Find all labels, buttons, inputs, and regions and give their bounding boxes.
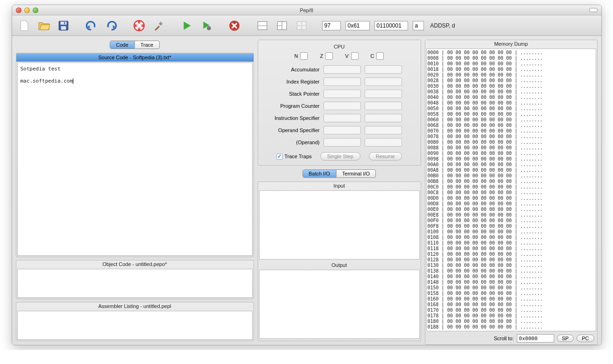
- reg-is-dec: [365, 114, 402, 122]
- reg-pc-dec: [365, 102, 402, 110]
- reg-is-hex: [324, 114, 361, 122]
- reg-sp-label: Stack Pointer: [263, 91, 324, 97]
- binary-input[interactable]: [374, 21, 408, 30]
- flag-c-box: [376, 52, 384, 60]
- reg-operand-hex: [324, 138, 361, 147]
- input-title: Input: [258, 182, 421, 189]
- window-title: Pep/8: [12, 7, 601, 13]
- reg-accumulator-dec: [365, 65, 402, 74]
- source-code-title: Source Code - Softpedia (3).txt*: [16, 53, 254, 62]
- layout-quad-icon[interactable]: [294, 18, 309, 33]
- undo-icon[interactable]: [84, 18, 99, 33]
- scroll-to-label: Scroll to:: [494, 336, 514, 341]
- mnemonic-label: ADDSP, d: [430, 22, 455, 29]
- flag-z-label: Z: [320, 53, 323, 59]
- resume-button[interactable]: Resume: [369, 152, 402, 161]
- reg-index-hex: [324, 77, 361, 86]
- flag-v-label: V: [345, 53, 348, 59]
- flag-n-box: [300, 52, 308, 60]
- input-area[interactable]: [259, 190, 420, 259]
- reg-is-label: Instruction Specifier: [263, 115, 324, 121]
- object-code-title: Object Code - untitled.pepo*: [16, 260, 254, 268]
- reg-pc-hex: [324, 102, 361, 110]
- open-folder-icon[interactable]: [36, 18, 51, 33]
- run-icon[interactable]: [179, 18, 194, 33]
- new-file-icon[interactable]: [17, 18, 32, 33]
- save-icon[interactable]: [56, 18, 71, 33]
- assembler-listing-area[interactable]: [17, 311, 253, 340]
- source-line-2: mac.softpedia.com: [21, 78, 73, 84]
- reg-os-label: Operand Specifier: [263, 127, 324, 133]
- reg-operand-label: (Operand): [263, 140, 324, 145]
- run-debug-icon[interactable]: [199, 18, 214, 33]
- flag-c-label: C: [371, 53, 374, 59]
- output-title: Output: [258, 261, 421, 269]
- tab-trace[interactable]: Trace: [134, 41, 159, 49]
- layout-split-h-icon[interactable]: [255, 18, 270, 33]
- source-line-1: Sotpedia test: [21, 66, 249, 72]
- svg-rect-1: [60, 21, 66, 25]
- app-window: Pep/8 ADDSP, d Code: [12, 5, 602, 345]
- tab-batch-io[interactable]: Batch I/O: [303, 170, 336, 177]
- scroll-pc-button[interactable]: PC: [577, 335, 594, 342]
- memory-dump-area[interactable]: 0000 | 00 00 00 00 00 00 00 00 | .......…: [426, 49, 596, 331]
- life-ring-icon[interactable]: [132, 18, 147, 33]
- char-input[interactable]: [413, 21, 424, 30]
- flag-n-label: N: [295, 53, 298, 59]
- reg-accumulator-hex: [324, 65, 361, 74]
- reg-operand-dec: [365, 138, 402, 147]
- reg-sp-hex: [324, 90, 361, 98]
- decimal-input[interactable]: [322, 21, 341, 30]
- reg-os-dec: [365, 126, 402, 134]
- trace-traps-checkbox[interactable]: Trace Traps: [276, 154, 311, 160]
- code-trace-tabs: Code Trace: [16, 40, 254, 50]
- cpu-title: CPU: [263, 43, 416, 50]
- hex-input[interactable]: [345, 21, 370, 30]
- titlebar: Pep/8: [12, 5, 601, 15]
- reg-index-dec: [365, 77, 402, 86]
- svg-point-5: [137, 23, 141, 28]
- object-code-area[interactable]: [17, 269, 253, 298]
- assembler-listing-title: Assembler Listing - untitled.pepl: [16, 302, 254, 310]
- source-code-area[interactable]: Sotpedia test mac.softpedia.com: [17, 63, 253, 256]
- flag-v-box: [351, 52, 359, 60]
- svg-rect-3: [64, 22, 65, 24]
- reg-index-label: Index Register: [263, 79, 324, 84]
- scroll-sp-button[interactable]: SP: [557, 335, 574, 342]
- toolbar: ADDSP, d: [12, 15, 601, 36]
- redo-icon[interactable]: [104, 18, 119, 33]
- cpu-panel: CPU N Z V C Accumulator Index Register S…: [258, 40, 421, 166]
- tab-code[interactable]: Code: [110, 41, 134, 49]
- svg-point-6: [207, 26, 211, 30]
- memory-dump-title: Memory Dump: [425, 40, 597, 48]
- reg-pc-label: Program Counter: [263, 103, 324, 109]
- build-hammer-icon[interactable]: [151, 18, 166, 33]
- io-tabs: Batch I/O Terminal I/O: [258, 168, 421, 179]
- stop-icon[interactable]: [227, 18, 242, 33]
- single-step-button[interactable]: Single Step: [320, 152, 360, 161]
- scroll-to-input[interactable]: [517, 334, 554, 343]
- reg-os-hex: [324, 126, 361, 134]
- tab-terminal-io[interactable]: Terminal I/O: [336, 170, 375, 177]
- svg-rect-2: [61, 26, 66, 30]
- reg-accumulator-label: Accumulator: [263, 67, 324, 72]
- layout-split-v-icon[interactable]: [275, 18, 289, 33]
- flag-z-box: [325, 52, 333, 60]
- reg-sp-dec: [365, 90, 402, 98]
- output-area[interactable]: [259, 270, 420, 339]
